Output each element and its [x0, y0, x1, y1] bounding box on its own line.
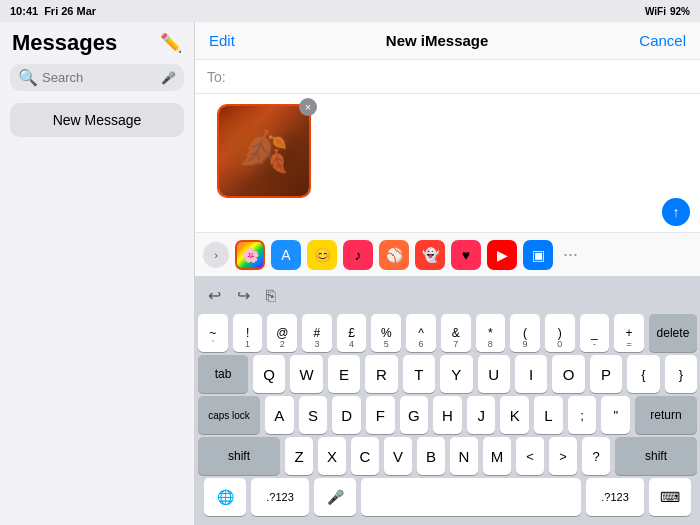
key-f[interactable]: F	[366, 396, 395, 434]
delete-key[interactable]: delete	[649, 314, 697, 352]
key-minus[interactable]: _-	[580, 314, 610, 352]
clipboard-button[interactable]: ⎘	[262, 285, 280, 307]
key-z[interactable]: Z	[285, 437, 313, 475]
numbers-key-left[interactable]: .?123	[251, 478, 309, 516]
key-d[interactable]: D	[332, 396, 361, 434]
key-g[interactable]: G	[400, 396, 429, 434]
blue-app-icon[interactable]: ▣	[523, 240, 553, 270]
heart-app-icon[interactable]: ♥	[451, 240, 481, 270]
toolbar-expand-button[interactable]: ›	[203, 242, 229, 268]
status-bar-left: 10:41 Fri 26 Mar	[10, 5, 96, 17]
snap-app-icon[interactable]: 👻	[415, 240, 445, 270]
music-app-icon[interactable]: ♪	[343, 240, 373, 270]
key-semicolon[interactable]: ;	[568, 396, 597, 434]
key-w[interactable]: W	[290, 355, 322, 393]
key-h[interactable]: H	[433, 396, 462, 434]
key-quote[interactable]: "	[601, 396, 630, 434]
key-m[interactable]: M	[483, 437, 511, 475]
sport-app-icon[interactable]: ⚾	[379, 240, 409, 270]
to-field: To:	[195, 60, 700, 94]
key-v[interactable]: V	[384, 437, 412, 475]
bottom-row: 🌐 .?123 🎤 .?123 ⌨	[198, 478, 697, 516]
message-area: × ↑	[195, 94, 700, 232]
numbers-key-right[interactable]: .?123	[586, 478, 644, 516]
date-display: Fri 26 Mar	[44, 5, 96, 17]
key-5[interactable]: %5	[371, 314, 401, 352]
memoji-app-icon[interactable]: 😊	[307, 240, 337, 270]
more-apps-button[interactable]: ···	[559, 244, 582, 265]
right-shift-key[interactable]: shift	[615, 437, 697, 475]
key-gt[interactable]: >	[549, 437, 577, 475]
keyboard: ↩ ↪ ⎘ ~` !1 @2 #3 £4 %5 ^6 &7 *8 (9 )0 _…	[195, 276, 700, 525]
undo-button[interactable]: ↩	[204, 284, 225, 307]
key-tilde[interactable]: ~`	[198, 314, 228, 352]
send-button[interactable]: ↑	[662, 198, 690, 226]
appstore-icon-inner: A	[281, 247, 290, 263]
key-b[interactable]: B	[417, 437, 445, 475]
key-8[interactable]: *8	[476, 314, 506, 352]
caps-lock-key[interactable]: caps lock	[198, 396, 260, 434]
appstore-app-icon[interactable]: A	[271, 240, 301, 270]
tab-key[interactable]: tab	[198, 355, 248, 393]
compose-icon[interactable]: ✏️	[160, 32, 182, 54]
key-j[interactable]: J	[467, 396, 496, 434]
time-display: 10:41	[10, 5, 38, 17]
header-title: New iMessage	[235, 32, 639, 49]
key-4[interactable]: £4	[337, 314, 367, 352]
return-key[interactable]: return	[635, 396, 697, 434]
new-message-button[interactable]: New Message	[10, 103, 184, 137]
key-n[interactable]: N	[450, 437, 478, 475]
key-2[interactable]: @2	[267, 314, 297, 352]
to-label: To:	[207, 69, 226, 85]
search-input[interactable]	[42, 70, 157, 85]
mic-key[interactable]: 🎤	[314, 478, 356, 516]
key-p[interactable]: P	[590, 355, 622, 393]
key-3[interactable]: #3	[302, 314, 332, 352]
key-t[interactable]: T	[403, 355, 435, 393]
key-plus[interactable]: +=	[614, 314, 644, 352]
heart-icon-inner: ♥	[462, 247, 470, 263]
photos-app-icon[interactable]: 🌸	[235, 240, 265, 270]
key-y[interactable]: Y	[440, 355, 472, 393]
close-icon: ×	[305, 101, 311, 113]
recipient-input[interactable]	[232, 69, 688, 85]
key-k[interactable]: K	[500, 396, 529, 434]
key-c[interactable]: C	[351, 437, 379, 475]
key-6[interactable]: ^6	[406, 314, 436, 352]
search-bar[interactable]: 🔍 🎤	[10, 64, 184, 91]
key-question[interactable]: ?	[582, 437, 610, 475]
photos-icon-inner: 🌸	[242, 247, 259, 263]
sport-icon-inner: ⚾	[386, 247, 403, 263]
main-content: Edit New iMessage Cancel To: × ↑ › 🌸 A	[195, 0, 700, 525]
key-a[interactable]: A	[265, 396, 294, 434]
key-e[interactable]: E	[328, 355, 360, 393]
key-9[interactable]: (9	[510, 314, 540, 352]
redo-button[interactable]: ↪	[233, 284, 254, 307]
key-o[interactable]: O	[552, 355, 584, 393]
left-shift-key[interactable]: shift	[198, 437, 280, 475]
youtube-app-icon[interactable]: ▶	[487, 240, 517, 270]
edit-button[interactable]: Edit	[209, 32, 235, 49]
music-icon-inner: ♪	[355, 247, 362, 263]
asdf-row: caps lock A S D F G H J K L ; " return	[198, 396, 697, 434]
key-i[interactable]: I	[515, 355, 547, 393]
keyboard-toolbar: ↩ ↪ ⎘	[198, 280, 697, 311]
cancel-button[interactable]: Cancel	[639, 32, 686, 49]
key-lbrace[interactable]: {	[627, 355, 659, 393]
key-q[interactable]: Q	[253, 355, 285, 393]
globe-key[interactable]: 🌐	[204, 478, 246, 516]
key-0[interactable]: )0	[545, 314, 575, 352]
close-attachment-button[interactable]: ×	[299, 98, 317, 116]
key-rbrace[interactable]: }	[665, 355, 697, 393]
key-r[interactable]: R	[365, 355, 397, 393]
arrow-key[interactable]: ⌨	[649, 478, 691, 516]
key-x[interactable]: X	[318, 437, 346, 475]
key-u[interactable]: U	[478, 355, 510, 393]
key-lt[interactable]: <	[516, 437, 544, 475]
key-s[interactable]: S	[299, 396, 328, 434]
wifi-icon: WiFi	[645, 6, 666, 17]
key-7[interactable]: &7	[441, 314, 471, 352]
key-l[interactable]: L	[534, 396, 563, 434]
space-key[interactable]	[361, 478, 581, 516]
key-1[interactable]: !1	[233, 314, 263, 352]
